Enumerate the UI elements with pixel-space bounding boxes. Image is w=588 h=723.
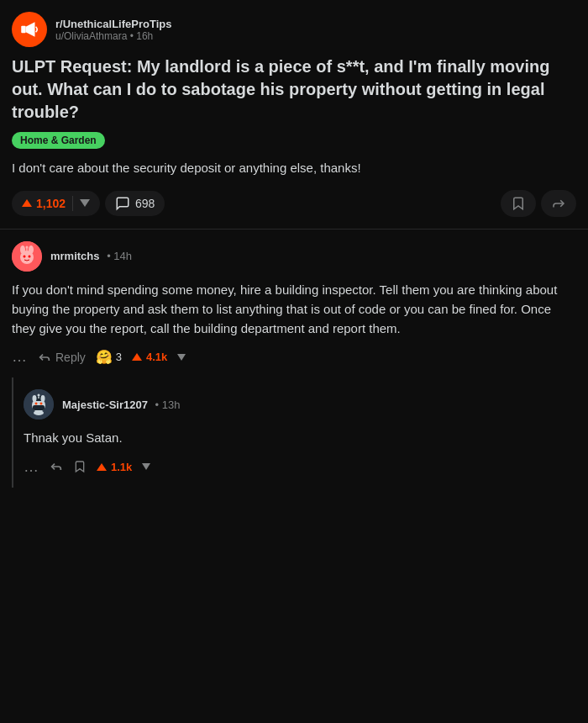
svg-point-12 <box>35 403 38 405</box>
comment-actions-mrmitchs: … Reply 🤗 3 4.1k <box>12 348 576 377</box>
comment-count: 698 <box>135 197 155 210</box>
award-group-mrmitchs: 🤗 3 <box>96 349 122 365</box>
downvote-majestic[interactable] <box>142 463 150 470</box>
reply-icon-majestic <box>50 460 63 473</box>
comment-header-mrmitchs: mrmitchs • 14h <box>12 241 576 272</box>
svg-rect-11 <box>33 405 45 410</box>
nested-comment-container: Majestic-Sir1207 • 13h Thnak you Satan. … <box>12 377 588 487</box>
avatar-mrmitchs <box>12 241 42 272</box>
reply-icon-mrmitchs <box>38 351 51 364</box>
comment-icon <box>115 196 130 211</box>
upvote-arrow-icon <box>22 199 32 207</box>
comment-header-majestic: Majestic-Sir1207 • 13h <box>24 389 576 420</box>
reply-button-mrmitchs[interactable]: Reply <box>38 351 86 364</box>
comment-meta-majestic: Majestic-Sir1207 • 13h <box>62 398 180 411</box>
majestic-avatar-svg <box>24 389 54 420</box>
comment-actions-majestic: … 1.1k <box>24 458 576 488</box>
avatar-majestic <box>24 389 54 420</box>
bookmark-icon-majestic <box>73 460 87 473</box>
svg-point-17 <box>41 395 45 402</box>
comment-meta-mrmitchs: mrmitchs • 14h <box>50 250 132 262</box>
upvote-count-majestic: 1.1k <box>111 461 132 473</box>
downvote-button[interactable] <box>80 199 90 207</box>
post-flair[interactable]: Home & Garden <box>12 132 105 149</box>
comment-time-mrmitchs: • 14h <box>107 250 132 262</box>
svg-point-5 <box>24 255 26 257</box>
post-author[interactable]: u/OliviaAthmara <box>55 30 127 42</box>
post-author-time: u/OliviaAthmara • 16h <box>55 30 171 42</box>
more-options-majestic[interactable]: … <box>24 458 39 476</box>
share-icon <box>551 196 566 211</box>
post-header: r/UnethicalLifeProTips u/OliviaAthmara •… <box>12 12 576 47</box>
subreddit-name[interactable]: r/UnethicalLifeProTips <box>55 18 171 30</box>
downvote-icon-mrmitchs <box>177 354 186 361</box>
award-count-mrmitchs: 3 <box>116 351 122 363</box>
upvote-majestic[interactable]: 1.1k <box>97 461 132 473</box>
vote-divider <box>72 196 73 211</box>
comment-author-mrmitchs[interactable]: mrmitchs <box>50 250 100 262</box>
upvote-count-mrmitchs: 4.1k <box>146 351 167 363</box>
downvote-arrow-icon <box>80 199 90 207</box>
post-title: ULPT Request: My landlord is a piece of … <box>12 55 576 124</box>
svg-point-13 <box>40 403 43 405</box>
svg-point-18 <box>38 394 40 397</box>
vote-group: 1,102 <box>12 191 100 216</box>
upvote-count: 1,102 <box>36 197 66 210</box>
post-time: 16h <box>136 30 153 42</box>
mrmitchs-avatar-svg <box>12 241 42 272</box>
reply-button-majestic[interactable] <box>50 460 63 473</box>
bookmark-icon <box>511 196 526 211</box>
svg-rect-0 <box>21 26 25 34</box>
save-majestic[interactable] <box>73 460 87 473</box>
post-container: r/UnethicalLifeProTips u/OliviaAthmara •… <box>0 0 588 229</box>
award-emoji-mrmitchs: 🤗 <box>96 349 113 365</box>
svg-point-20 <box>34 410 44 415</box>
comment-time-majestic: • 13h <box>155 398 181 411</box>
reply-label-mrmitchs: Reply <box>55 351 86 364</box>
upvote-icon-mrmitchs <box>132 353 142 361</box>
post-actions: 1,102 698 <box>12 190 576 229</box>
comment-button[interactable]: 698 <box>105 191 165 216</box>
downvote-icon-majestic <box>142 463 150 470</box>
downvote-mrmitchs[interactable] <box>177 354 186 361</box>
svg-point-4 <box>20 251 34 264</box>
upvote-button[interactable]: 1,102 <box>22 197 66 210</box>
upvote-mrmitchs[interactable]: 4.1k <box>132 351 167 363</box>
post-subreddit-avatar[interactable] <box>12 12 47 47</box>
more-options-mrmitchs[interactable]: … <box>12 348 28 366</box>
post-body: I don't care about the security deposit … <box>12 159 576 178</box>
comment-author-majestic[interactable]: Majestic-Sir1207 <box>62 398 148 411</box>
comment-body-mrmitchs: If you don't mind spending some money, h… <box>12 280 576 339</box>
svg-point-6 <box>29 255 31 257</box>
post-meta: r/UnethicalLifeProTips u/OliviaAthmara •… <box>55 18 171 42</box>
comment-body-majestic: Thnak you Satan. <box>24 428 576 447</box>
svg-point-8 <box>26 245 29 248</box>
comment-mrmitchs: mrmitchs • 14h If you don't mind spendin… <box>0 230 588 378</box>
share-button[interactable] <box>541 190 576 217</box>
comment-majestic: Majestic-Sir1207 • 13h Thnak you Satan. … <box>13 377 588 487</box>
comments-section: mrmitchs • 14h If you don't mind spendin… <box>0 230 588 488</box>
save-button[interactable] <box>501 190 536 217</box>
upvote-icon-majestic <box>97 463 107 471</box>
svg-point-16 <box>33 395 37 402</box>
